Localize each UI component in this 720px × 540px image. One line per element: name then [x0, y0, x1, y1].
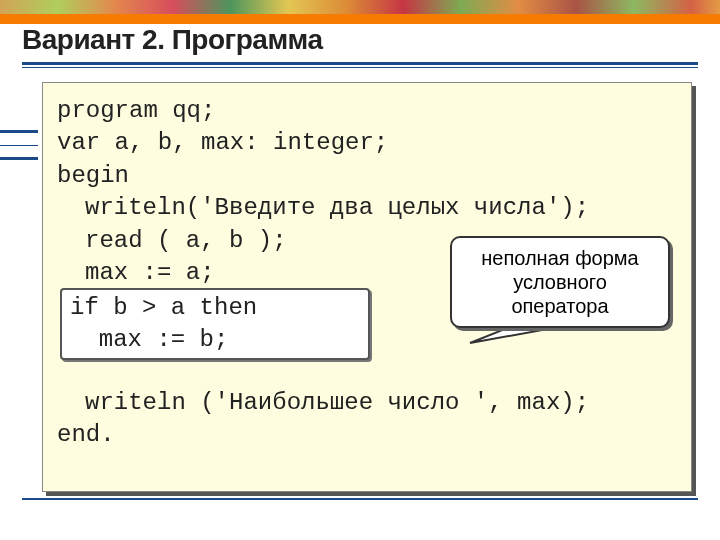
callout-text: условного: [462, 270, 658, 294]
decorative-orange-stripe: [0, 14, 720, 24]
callout-text: оператора: [462, 294, 658, 318]
code-line: end.: [57, 421, 115, 448]
left-accent-lines: [0, 130, 38, 160]
code-line: begin: [57, 162, 129, 189]
slide-title: Вариант 2. Программа: [22, 24, 323, 56]
code-line: var a, b, max: integer;: [57, 129, 388, 156]
code-line: program qq;: [57, 97, 215, 124]
code-line: writeln('Введите два целых числа');: [57, 192, 589, 224]
highlight-line: if b > a then: [70, 294, 257, 321]
highlighted-code-box: if b > a then max := b;: [60, 288, 370, 360]
title-underline: [22, 62, 698, 65]
code-line: max := a;: [57, 257, 215, 289]
highlight-line: max := b;: [70, 326, 228, 353]
callout-text: неполная форма: [462, 246, 658, 270]
code-line: writeln ('Наибольшее число ', max);: [57, 387, 589, 419]
bottom-rule: [22, 498, 698, 500]
code-line: read ( a, b );: [57, 225, 287, 257]
callout-box: неполная форма условного оператора: [450, 236, 670, 328]
decorative-top-stripe: [0, 0, 720, 14]
